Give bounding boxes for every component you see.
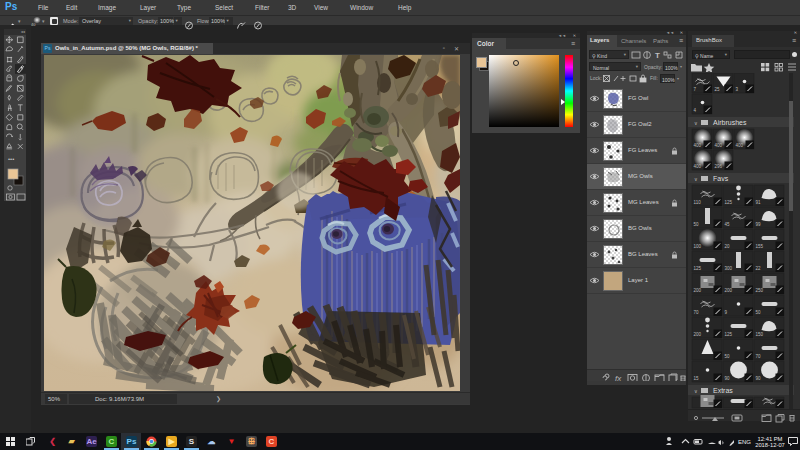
svg-text:Airbrushes: Airbrushes xyxy=(713,119,747,126)
svg-text:296: 296 xyxy=(715,164,723,169)
svg-text:∨: ∨ xyxy=(694,120,698,126)
svg-text:200: 200 xyxy=(694,332,702,337)
svg-text:400: 400 xyxy=(715,143,723,148)
svg-text:25: 25 xyxy=(715,87,721,92)
svg-text:100: 100 xyxy=(694,244,702,249)
svg-text:91: 91 xyxy=(756,200,762,205)
svg-text:400: 400 xyxy=(736,143,744,148)
svg-text:125: 125 xyxy=(694,266,702,271)
svg-text:22: 22 xyxy=(756,266,762,271)
svg-text:400: 400 xyxy=(694,164,702,169)
svg-text:300: 300 xyxy=(725,266,733,271)
svg-text:125: 125 xyxy=(725,332,733,337)
svg-text:50: 50 xyxy=(694,222,700,227)
svg-text:70: 70 xyxy=(756,354,762,359)
svg-text:150: 150 xyxy=(756,332,764,337)
svg-text:50: 50 xyxy=(756,310,762,315)
svg-text:50: 50 xyxy=(725,354,731,359)
svg-text:90: 90 xyxy=(756,376,762,381)
svg-text:•••: ••• xyxy=(8,156,14,162)
svg-text:∨: ∨ xyxy=(694,388,698,394)
svg-text:15: 15 xyxy=(694,376,700,381)
svg-text:70: 70 xyxy=(694,310,700,315)
svg-text:125: 125 xyxy=(725,200,733,205)
svg-text:250: 250 xyxy=(756,288,764,293)
svg-text:90: 90 xyxy=(725,376,731,381)
svg-text:45: 45 xyxy=(725,222,731,227)
svg-text:20: 20 xyxy=(725,244,731,249)
svg-text:Extras: Extras xyxy=(713,387,733,394)
svg-text:110: 110 xyxy=(694,200,702,205)
svg-text:∨: ∨ xyxy=(694,176,698,182)
svg-text:99: 99 xyxy=(756,222,762,227)
svg-text:Favs: Favs xyxy=(713,175,729,182)
svg-text:155: 155 xyxy=(756,244,764,249)
svg-text:T: T xyxy=(655,51,660,60)
svg-text:200: 200 xyxy=(694,288,702,293)
svg-text:400: 400 xyxy=(694,143,702,148)
svg-text:200: 200 xyxy=(725,288,733,293)
